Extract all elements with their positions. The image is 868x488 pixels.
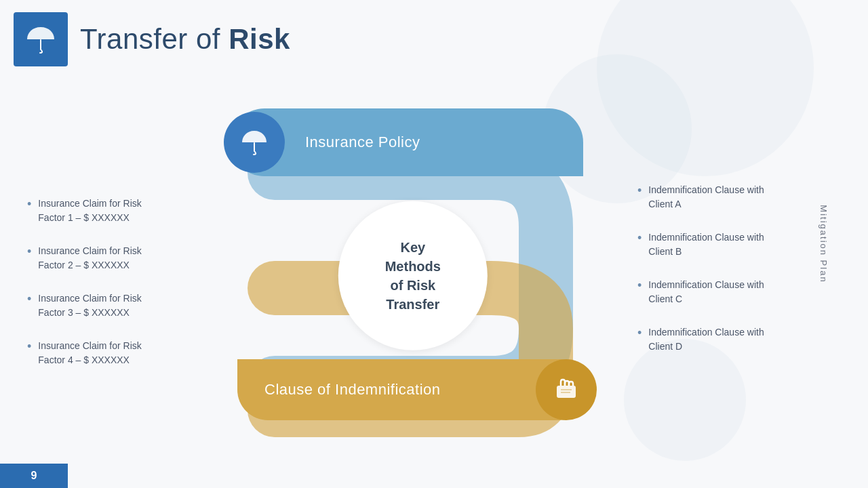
center-diagram: Insurance Policy Key Methods of Risk Tra… [217,81,597,474]
left-bullet-list: Insurance Claim for RiskFactor 1 – $ XXX… [27,197,217,386]
right-bullet-list: Indemnification Clause withClient A Inde… [637,183,827,373]
header-icon-box [14,12,68,66]
list-item: Indemnification Clause withClient B [637,230,827,259]
list-item: Insurance Claim for RiskFactor 2 – $ XXX… [27,244,217,272]
indemnification-label: Clause of Indemnification [264,381,441,399]
svg-rect-1 [254,142,255,152]
hand-icon [551,375,581,405]
indemnification-icon [536,359,597,420]
page-title: Transfer of Risk [80,23,290,56]
indemnification-banner: Clause of Indemnification [237,359,590,420]
list-item: Insurance Claim for RiskFactor 3 – $ XXX… [27,291,217,320]
main-content: Insurance Claim for RiskFactor 1 – $ XXX… [0,75,868,461]
insurance-policy-banner: Insurance Policy [231,108,583,176]
page-number: 9 [0,464,68,488]
side-label: Mitigation Plan [818,205,829,283]
list-item: Indemnification Clause withClient A [637,183,827,211]
header-umbrella-icon [24,23,57,56]
insurance-policy-label: Insurance Policy [305,134,420,151]
svg-rect-2 [557,386,576,398]
list-item: Insurance Claim for RiskFactor 1 – $ XXX… [27,197,217,225]
list-item: Indemnification Clause withClient C [637,278,827,306]
umbrella-icon [239,127,269,157]
svg-rect-0 [40,39,41,50]
list-item: Insurance Claim for RiskFactor 4 – $ XXX… [27,339,217,367]
insurance-policy-icon [224,112,285,173]
list-item: Indemnification Clause withClient D [637,325,827,354]
center-circle: Key Methods of Risk Transfer [338,201,488,350]
center-circle-text: Key Methods of Risk Transfer [385,238,441,314]
header: Transfer of Risk [0,0,868,73]
